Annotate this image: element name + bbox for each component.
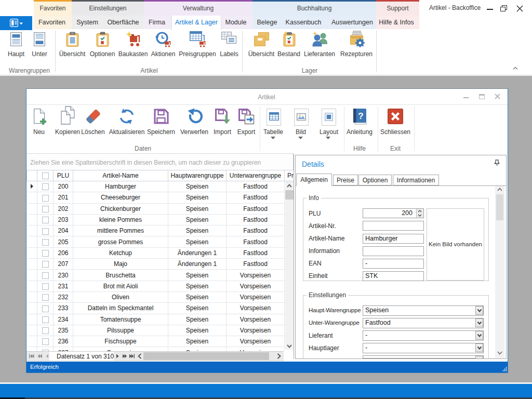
svg-text:?: ? <box>358 111 363 121</box>
